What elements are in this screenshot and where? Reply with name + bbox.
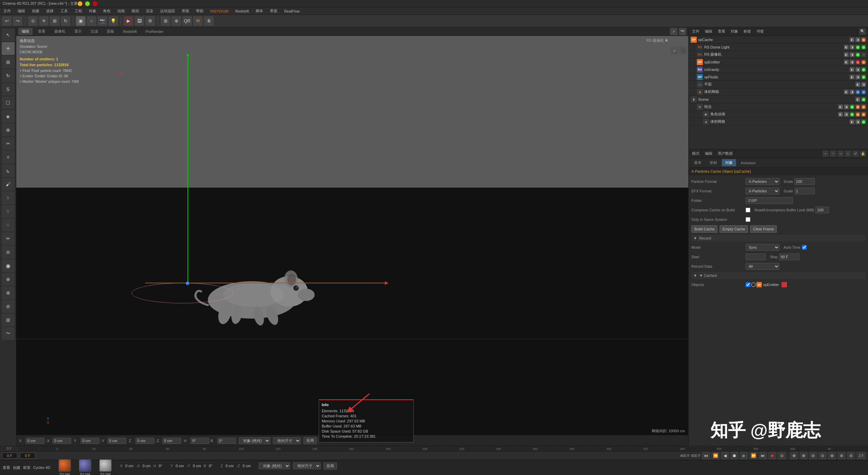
xpemitter-icon-3[interactable]: ⬤ [855,60,860,64]
tl-btn-6[interactable]: ⊜ [837,452,846,460]
obj-menu-bookmarks[interactable]: 书签 [755,28,765,35]
volumemesh2-icon-3[interactable]: ⬤ [861,119,866,124]
scene-icon-2[interactable]: ⬤ [861,97,866,102]
props-nav-down[interactable]: ↓ [845,151,851,157]
sidebar-tool-plus[interactable]: ⊕ [2,286,15,299]
vp-expand-icon[interactable]: ⤢ [670,28,677,35]
record-section-header[interactable]: ▼ Record [691,235,865,242]
mat-thumb-3[interactable] [99,459,112,472]
obj-row-volumemesh2[interactable]: ◈ 体积网格 ◐ ◑ ⬤ [689,118,868,126]
vp-camera-icon[interactable]: 📷 [679,28,686,35]
combo-icon-4[interactable]: ⬤ [855,104,860,109]
sidebar-tool-grid2[interactable]: ⊞ [2,314,15,326]
sidebar-tool-knife[interactable]: ✂ [2,137,15,150]
rsdomelight-icon-3[interactable]: ⬤ [855,45,860,50]
s-icon[interactable]: S [204,16,214,26]
light-icon[interactable]: 💡 [108,16,118,26]
menu-animation[interactable]: 动画 [116,8,126,14]
apply-btn[interactable]: 应用 [303,437,317,444]
plane-icon-1[interactable]: ◐ [855,82,860,87]
charanim-icon-1[interactable]: ◐ [838,112,843,117]
props-tab-basic[interactable]: 基本 [691,159,705,166]
obj-menu-file[interactable]: 文件 [691,28,701,35]
close-btn[interactable] [93,1,97,6]
tl-btn-7[interactable]: ⊝ [847,452,855,460]
xpfluids-icon-2[interactable]: ◑ [855,75,860,79]
redo-icon[interactable]: ↪ [13,16,22,26]
menu-project[interactable]: 工程 [73,8,83,14]
record-btn[interactable]: ⏺ [768,452,776,460]
coord-b-input[interactable] [217,438,236,444]
obj-row-rscamera[interactable]: RS RS 摄像机 ◐ ◑ ⬤ 🎥 [689,51,868,58]
obj-row-rxgravity[interactable]: RX rxGravity ◐ ◑ ⬤ [689,66,868,73]
obj-row-character-anim[interactable]: ▶ 角色动画 ◐ ◑ ⬤ ⬤ ⬤ [689,111,868,118]
rscamera-icon-4[interactable]: 🎥 [861,52,866,57]
menu-render[interactable]: 渲染 [144,8,155,14]
sidebar-tool-6[interactable]: ⊾ [2,164,15,177]
sidebar-tool-pointer[interactable]: ↖ [2,28,15,41]
rotate-icon[interactable]: ↻ [61,16,70,26]
sidebar-tool-axis[interactable]: ⊖ [2,246,15,259]
sidebar-tool-magnet[interactable]: ⊘ [2,300,15,313]
sidebar-tool-3[interactable]: ◈ [2,110,15,123]
menu-interface2[interactable]: 界面 [269,8,279,14]
snap-icon[interactable]: ⊕ [172,16,181,26]
stop-btn[interactable]: ⏹ [730,452,738,460]
clear-frame-btn[interactable]: Clear Frame [750,225,777,233]
qr-icon[interactable]: QR [182,16,192,26]
maximize-btn[interactable] [85,1,90,6]
obj-row-plane[interactable]: ▭ 平面 ◐ ◑ [689,81,868,88]
menu-help[interactable]: 帮助 [195,8,205,14]
menu-create[interactable]: 创建 [31,8,41,14]
scene-icon-1[interactable]: ◐ [855,97,860,102]
charanim-icon-2[interactable]: ◑ [844,112,849,117]
vtab-display[interactable]: 显示 [71,28,85,35]
menu-redshift[interactable]: Redshift [234,8,250,14]
compress-checkbox[interactable] [746,208,750,212]
particle-format-select[interactable]: X-Particles [746,178,780,185]
coord-y-input[interactable] [81,438,99,444]
mat-thumb-1[interactable] [59,459,71,472]
volumemesh-icon-2[interactable]: ◑ [850,90,854,94]
obj-menu-view[interactable]: 查看 [716,28,727,35]
sidebar-tool-pen[interactable]: ✏ [2,232,15,245]
vtab-edit[interactable]: 编辑 [18,28,33,35]
vtab-redshift[interactable]: Redshift [120,28,140,35]
rsdomelight-icon-2[interactable]: ◑ [850,45,854,50]
sidebar-tool-sculpt[interactable]: ⊗ [2,273,15,286]
xpfluids-icon-1[interactable]: ◐ [850,75,854,79]
obj-menu-edit[interactable]: 编辑 [704,28,714,35]
current-frame-input2[interactable] [20,453,35,459]
obj-row-xpemitter[interactable]: XP xpEmitter ◐ ◑ ⬤ ⬤ [689,58,868,66]
scale-icon[interactable]: ⊞ [50,16,59,26]
sidebar-tool-1[interactable]: S [2,83,15,96]
rxgravity-icon-2[interactable]: ◑ [855,67,860,72]
menu-realflow[interactable]: RealFlow [283,8,301,14]
mat-menu-cycles[interactable]: Cycles 4D [33,466,50,470]
coord-rx-input[interactable] [53,438,71,444]
props-menu-edit[interactable]: 编辑 [704,150,714,157]
props-nav-lock[interactable]: 🔒 [860,151,866,157]
volumemesh-icon-1[interactable]: ◐ [844,90,849,94]
mat-thumb-2[interactable] [79,459,91,472]
tl-btn-3[interactable]: ⊘ [809,452,817,460]
efx-format-select[interactable]: X-Particles [746,188,780,194]
coord-ry-input[interactable] [107,438,126,444]
xpemitter-icon-2[interactable]: ◑ [850,60,854,64]
play-back-btn[interactable]: ◀ [721,452,729,460]
props-menu-userdata[interactable]: 用户数据 [716,150,734,157]
xpemitter-icon-4[interactable]: ⬤ [861,60,866,64]
sidebar-tool-s4[interactable]: S [2,218,15,231]
only-same-checkbox[interactable] [746,217,750,222]
undo-icon[interactable]: ↩ [2,16,12,26]
charanim-icon-4[interactable]: ⬤ [855,112,860,117]
move-icon[interactable]: ✛ [39,16,48,26]
xpcache-icon-1[interactable]: ◐ [850,37,854,42]
rsdomelight-icon-1[interactable]: ◐ [844,45,849,50]
combo-icon-3[interactable]: ⬤ [850,104,854,109]
sidebar-tool-rotate[interactable]: ↻ [2,69,15,82]
combo-icon-1[interactable]: ◐ [838,104,843,109]
xpcache-icon-2[interactable]: ◑ [855,37,860,42]
rsdomelight-icon-4[interactable]: ⬤ [861,45,866,50]
menu-insydium[interactable]: INSYDIUM [209,8,230,14]
